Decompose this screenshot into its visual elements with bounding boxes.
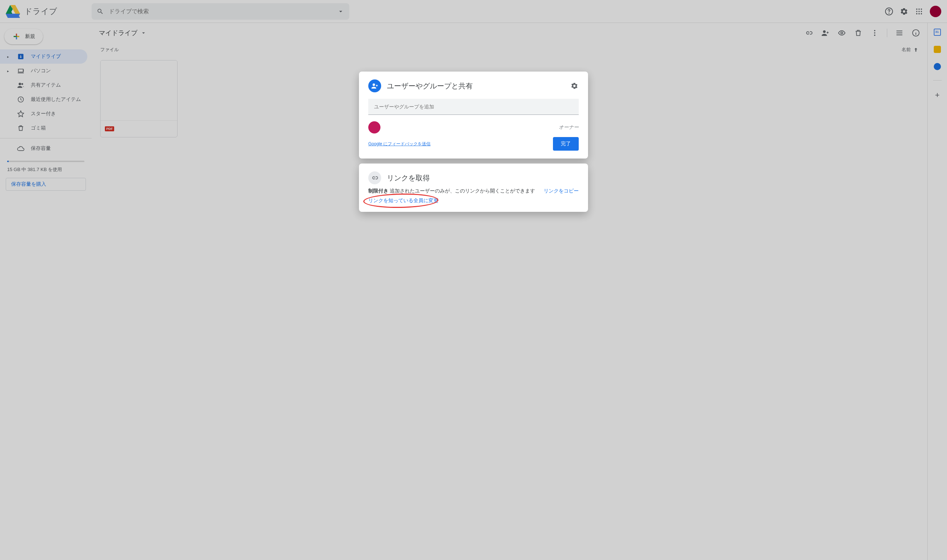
modal-scrim: ユーザーやグループと共有 オーナー Google にフィードバックを送信 完了 bbox=[0, 0, 947, 560]
restricted-desc: 追加されたユーザーのみが、このリンクから開くことができます bbox=[390, 188, 535, 194]
owner-role-label: オーナー bbox=[559, 124, 579, 131]
share-dialog: ユーザーやグループと共有 オーナー Google にフィードバックを送信 完了 bbox=[359, 72, 588, 158]
change-link-access-button[interactable]: リンクを知っている全員に変更 bbox=[368, 197, 439, 203]
share-dialog-title: ユーザーやグループと共有 bbox=[387, 81, 473, 91]
person-add-icon bbox=[368, 80, 381, 92]
share-settings-gear-icon[interactable] bbox=[570, 82, 579, 90]
link-icon bbox=[368, 171, 381, 184]
link-dialog: リンクを取得 制限付き 追加されたユーザーのみが、このリンクから開くことができま… bbox=[359, 163, 588, 212]
svg-point-27 bbox=[373, 83, 375, 86]
owner-avatar bbox=[368, 121, 380, 134]
feedback-link[interactable]: Google にフィードバックを送信 bbox=[368, 141, 431, 147]
restricted-label: 制限付き bbox=[368, 188, 388, 194]
share-people-input[interactable] bbox=[368, 99, 579, 115]
done-button[interactable]: 完了 bbox=[553, 137, 579, 151]
link-dialog-title: リンクを取得 bbox=[387, 173, 430, 183]
copy-link-button[interactable]: リンクをコピー bbox=[544, 188, 579, 194]
